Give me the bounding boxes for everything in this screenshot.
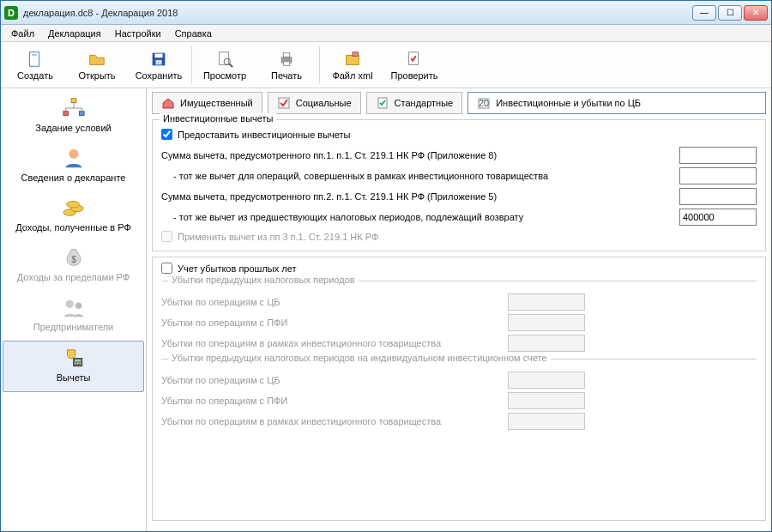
subgroup-title: Убытки предыдущих налоговых периодов на … <box>168 353 551 363</box>
main-window: D декларация.dc8 - Декларация 2018 — ☐ ✕… <box>0 0 772 532</box>
sidebar-label: Доходы за пределами РФ <box>4 272 142 282</box>
tab-social[interactable]: Социальные <box>268 92 361 114</box>
toolbar: Создать Открыть Сохранить Просмотр Печат… <box>1 42 771 88</box>
row-losses-partnership: Убытки по операциям в рамках инвестицион… <box>161 335 757 352</box>
field-label: Убытки по операциям с ЦБ <box>161 375 508 385</box>
sidebar-item-deductions[interactable]: Вычеты <box>3 341 144 392</box>
svg-text:20: 20 <box>479 98 489 108</box>
svg-rect-29 <box>74 360 80 362</box>
sidebar-item-conditions[interactable]: Задание условий <box>3 92 144 142</box>
toolbar-print[interactable]: Печать <box>256 44 317 87</box>
checkbox-apply-pp3-input <box>161 231 172 242</box>
tree-icon <box>61 97 87 119</box>
checkbox-provide-invest-input[interactable] <box>161 129 172 140</box>
menu-file[interactable]: Файл <box>6 27 39 40</box>
minimize-button[interactable]: — <box>692 5 716 21</box>
tab-label: Имущественный <box>180 98 253 108</box>
field-label: Сумма вычета, предусмотренного пп.2. п.1… <box>161 191 679 202</box>
svg-line-7 <box>230 63 233 67</box>
field-label: Убытки по операциям с ЦБ <box>161 297 508 307</box>
toolbar-open[interactable]: Открыть <box>66 44 128 87</box>
group-title: Инвестиционные вычеты <box>160 113 276 124</box>
input-iis-losses-partnership <box>508 413 585 430</box>
sidebar-label: Сведения о декларанте <box>4 172 142 183</box>
field-label: Убытки по операциям в рамках инвестицион… <box>161 416 508 426</box>
toolbar-check[interactable]: Проверить <box>383 44 445 87</box>
row-deduction-pp1-partnership: - тот же вычет для операций, совершенных… <box>161 167 757 184</box>
svg-rect-1 <box>32 54 37 55</box>
tab-label: Стандартные <box>395 98 454 108</box>
input-deduction-pp2[interactable] <box>679 188 757 205</box>
field-label: Убытки по операциям с ПФИ <box>161 396 508 406</box>
svg-rect-9 <box>283 52 289 57</box>
svg-rect-15 <box>63 112 68 116</box>
row-losses-cb: Убытки по операциям с ЦБ <box>161 293 757 311</box>
sidebar-label: Предприниматели <box>4 322 142 332</box>
checkbox-provide-invest[interactable]: Предоставить инвестиционные вычеты <box>161 129 757 140</box>
tab-property[interactable]: Имущественный <box>152 92 262 114</box>
toolbar-create-label: Создать <box>17 70 53 81</box>
people-icon <box>61 296 87 318</box>
sidebar-label: Вычеты <box>5 372 142 383</box>
toolbar-save[interactable]: Сохранить <box>128 44 190 87</box>
toolbar-create[interactable]: Создать <box>4 44 66 87</box>
preview-icon <box>215 50 234 69</box>
tab-label: Социальные <box>296 98 352 108</box>
window-controls: — ☐ ✕ <box>692 5 768 21</box>
person-icon <box>61 147 87 169</box>
svg-point-27 <box>75 302 81 308</box>
svg-rect-0 <box>30 51 39 66</box>
row-deduction-pp1: Сумма вычета, предусмотренного пп.1. п.1… <box>161 147 757 164</box>
maximize-button[interactable]: ☐ <box>718 5 742 21</box>
group-investment-deductions: Инвестиционные вычеты Предоставить инвес… <box>152 119 766 251</box>
svg-point-26 <box>65 300 73 308</box>
menu-declaration[interactable]: Декларация <box>43 27 106 40</box>
trophy-calc-icon <box>61 347 87 369</box>
toolbar-xml[interactable]: Файл xml <box>322 44 383 87</box>
close-button[interactable]: ✕ <box>744 5 768 21</box>
sidebar: Задание условий Сведения о декларанте До… <box>1 88 147 531</box>
input-deduction-pp1[interactable] <box>679 147 757 164</box>
svg-point-24 <box>66 202 79 208</box>
titlebar: D декларация.dc8 - Декларация 2018 — ☐ ✕ <box>1 1 771 25</box>
svg-rect-30 <box>74 363 75 365</box>
checkbox-label: Предоставить инвестиционные вычеты <box>178 130 351 140</box>
row-losses-pfi: Убытки по операциям с ПФИ <box>161 314 757 331</box>
input-deduction-pp2-prev[interactable] <box>679 209 757 226</box>
toolbar-print-label: Печать <box>271 70 302 81</box>
house-icon <box>161 96 175 110</box>
sidebar-item-entrepreneur[interactable]: Предприниматели <box>3 291 144 341</box>
tab-standard[interactable]: Стандартные <box>366 92 463 114</box>
sidebar-item-declarant[interactable]: Сведения о декларанте <box>3 142 144 191</box>
sidebar-label: Доходы, полученные в РФ <box>4 222 142 233</box>
row-iis-losses-cb: Убытки по операциям с ЦБ <box>161 372 757 389</box>
page-check-icon <box>376 96 389 110</box>
sidebar-item-income-abroad[interactable]: $ Доходы за пределами РФ <box>3 241 144 291</box>
tab-label: Инвестиционные и убытки по ЦБ <box>496 98 641 108</box>
tab-invest[interactable]: 20 Инвестиционные и убытки по ЦБ <box>467 92 766 114</box>
window-title: декларация.dc8 - Декларация 2018 <box>23 8 692 18</box>
sidebar-item-income-rf[interactable]: Доходы, полученные в РФ <box>3 191 144 241</box>
field-label: Сумма вычета, предусмотренного пп.1. п.1… <box>161 150 679 160</box>
toolbar-check-label: Проверить <box>390 70 437 81</box>
menu-settings[interactable]: Настройки <box>110 27 166 40</box>
toolbar-separator <box>191 46 192 84</box>
subgroup-prev-losses: Убытки предыдущих налоговых периодов Убы… <box>161 281 757 359</box>
money-bag-icon: $ <box>61 246 87 269</box>
checkbox-account-losses-input[interactable] <box>161 263 172 274</box>
input-deduction-pp1-partnership[interactable] <box>679 167 757 184</box>
svg-rect-10 <box>283 61 289 65</box>
field-label: - тот же вычет для операций, совершенных… <box>161 171 679 181</box>
svg-rect-14 <box>71 99 76 103</box>
menu-help[interactable]: Справка <box>170 27 217 40</box>
input-iis-losses-cb <box>508 372 585 389</box>
checkbox-account-losses[interactable]: Учет убытков прошлых лет <box>161 263 757 274</box>
coins-icon <box>61 196 87 219</box>
toolbar-preview[interactable]: Просмотр <box>194 44 256 87</box>
app-icon: D <box>4 6 18 20</box>
svg-point-21 <box>69 149 78 159</box>
field-label: Убытки по операциям с ПФИ <box>161 317 508 328</box>
toolbar-open-label: Открыть <box>78 70 115 81</box>
folder-open-icon <box>87 50 106 69</box>
new-doc-icon <box>26 50 45 69</box>
